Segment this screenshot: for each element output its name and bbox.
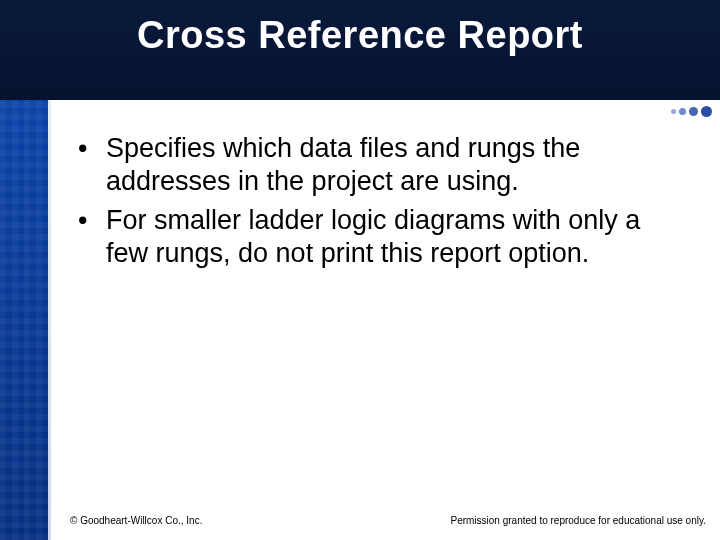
left-sidebar-deco — [0, 100, 48, 540]
left-accent-bar — [48, 100, 51, 540]
list-item: Specifies which data files and rungs the… — [78, 132, 678, 198]
footer-permission: Permission granted to reproduce for educ… — [450, 515, 706, 526]
content-area: Specifies which data files and rungs the… — [78, 132, 678, 276]
list-item: For smaller ladder logic diagrams with o… — [78, 204, 678, 270]
footer-copyright: © Goodheart-Willcox Co., Inc. — [70, 515, 202, 526]
bullet-list: Specifies which data files and rungs the… — [78, 132, 678, 270]
page-title: Cross Reference Report — [137, 14, 583, 57]
slide: Cross Reference Report Specifies which d… — [0, 0, 720, 540]
corner-dots-icon — [671, 106, 712, 117]
header-bar: Cross Reference Report — [0, 0, 720, 100]
